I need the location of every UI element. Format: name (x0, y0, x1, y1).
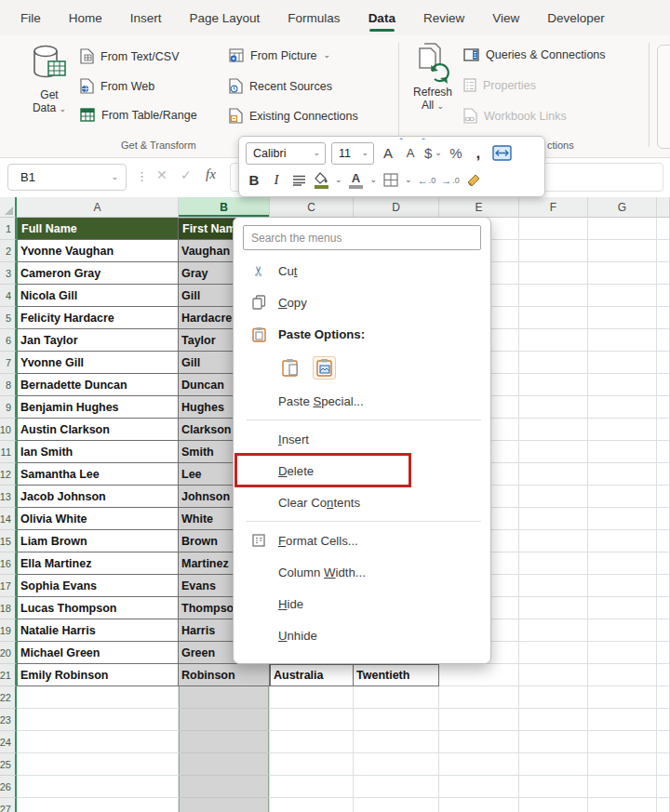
cell-e22[interactable] (439, 686, 519, 709)
confirm-entry-icon[interactable]: ✓ (181, 167, 192, 182)
cell-f26[interactable] (519, 776, 588, 798)
from-text-csv-button[interactable]: From Text/CSV (80, 48, 180, 64)
row-header-8[interactable]: 8 (0, 374, 17, 396)
row-header-7[interactable]: 7 (0, 352, 17, 374)
cell-a9[interactable]: Benjamin Hughes (17, 396, 179, 419)
cell-d27[interactable] (354, 798, 439, 812)
cell-a7[interactable]: Yvonne Gill (17, 352, 179, 374)
cell-a24[interactable] (17, 731, 179, 753)
cell-b21[interactable]: Robinson (179, 664, 270, 686)
cell-a20[interactable]: Michael Green (17, 642, 179, 664)
row-header-27[interactable]: 27 (0, 798, 17, 812)
cell-c25[interactable] (270, 753, 354, 776)
cell-f8[interactable] (519, 374, 588, 396)
row-header-4[interactable]: 4 (0, 285, 17, 307)
from-web-button[interactable]: From Web (80, 78, 154, 94)
row-header-21[interactable]: 21 (0, 664, 17, 686)
cell-f7[interactable] (519, 352, 588, 374)
chevron-down-icon[interactable]: ⌄ (405, 176, 412, 184)
column-header-e[interactable]: E (439, 197, 519, 218)
decrease-decimal-icon[interactable]: →.0 (441, 170, 460, 191)
borders-icon[interactable] (382, 170, 399, 191)
cell-a8[interactable]: Bernadette Duncan (17, 374, 179, 396)
chevron-down-icon[interactable]: ⌄ (335, 176, 342, 184)
cell-f9[interactable] (519, 396, 588, 419)
column-header-d[interactable]: D (354, 197, 439, 218)
increase-decimal-icon[interactable]: ←.0 (418, 170, 436, 191)
align-lines-icon[interactable] (290, 170, 307, 191)
row-header-14[interactable]: 14 (0, 508, 17, 530)
cell-e24[interactable] (439, 731, 519, 753)
cell-c22[interactable] (270, 686, 354, 709)
cell-c21[interactable]: Australia (270, 664, 354, 686)
cell-a1[interactable]: Full Name (17, 218, 179, 240)
existing-connections-button[interactable]: Existing Connections (229, 108, 358, 124)
row-header-15[interactable]: 15 (0, 530, 17, 552)
row-header-10[interactable]: 10 (0, 419, 17, 441)
cell-a11[interactable]: Ian Smith (17, 441, 179, 463)
column-header-f[interactable]: F (519, 197, 588, 218)
cell-f15[interactable] (519, 530, 588, 552)
column-header-c[interactable]: C (270, 197, 354, 218)
cell-g9[interactable] (588, 396, 657, 419)
cell-a16[interactable]: Ella Martinez (17, 552, 179, 575)
menu-item-paste-special[interactable]: Paste Special... (234, 385, 490, 417)
row-header-20[interactable]: 20 (0, 642, 17, 664)
cell-d26[interactable] (354, 776, 439, 798)
tab-view[interactable]: View (492, 11, 519, 25)
row-header-5[interactable]: 5 (0, 307, 17, 329)
cell-c27[interactable] (270, 798, 354, 812)
cell-g7[interactable] (588, 352, 657, 374)
comma-style-icon[interactable]: , (470, 143, 487, 164)
tab-formulas[interactable]: Formulas (288, 11, 340, 25)
menu-item-clear-contents[interactable]: Clear Contents (234, 486, 490, 518)
row-header-3[interactable]: 3 (0, 262, 17, 285)
cell-f20[interactable] (519, 642, 588, 664)
italic-icon[interactable]: I (268, 170, 285, 191)
cell-g15[interactable] (588, 530, 657, 552)
cell-a3[interactable]: Cameron Gray (17, 262, 179, 285)
paste-option-keep-source-icon[interactable] (278, 356, 302, 379)
cell-g5[interactable] (588, 307, 657, 329)
cell-f18[interactable] (519, 597, 588, 619)
cell-a22[interactable] (17, 686, 179, 709)
cell-a26[interactable] (17, 776, 179, 798)
cell-f17[interactable] (519, 575, 588, 597)
cell-a13[interactable]: Jacob Johnson (17, 486, 179, 508)
cell-f22[interactable] (519, 686, 588, 709)
row-header-16[interactable]: 16 (0, 552, 17, 575)
cell-g26[interactable] (588, 776, 657, 798)
cell-f13[interactable] (519, 486, 588, 508)
get-data-button[interactable]: Get Data ⌄ (22, 45, 76, 114)
cell-d21[interactable]: Twentieth (354, 664, 439, 686)
cell-d24[interactable] (354, 731, 439, 753)
cell-g10[interactable] (588, 419, 657, 441)
cell-g1[interactable] (588, 218, 657, 240)
chevron-down-icon[interactable]: ⌄ (370, 176, 378, 184)
tab-page-layout[interactable]: Page Layout (190, 11, 261, 25)
increase-font-size-icon[interactable]: Aˆ (380, 143, 396, 164)
cell-g23[interactable] (588, 709, 657, 731)
tab-developer[interactable]: Developer (547, 11, 605, 25)
cell-f1[interactable] (519, 218, 588, 240)
cell-g20[interactable] (588, 642, 657, 664)
percent-style-icon[interactable]: % (448, 143, 464, 164)
name-box[interactable]: B1 ⌄ (7, 164, 127, 191)
menu-item-cut[interactable]: ✂ Cut (234, 255, 490, 286)
accounting-format-icon[interactable]: $⌄ (424, 143, 442, 164)
font-color-icon[interactable]: A (348, 170, 365, 191)
cell-e26[interactable] (439, 776, 519, 798)
cell-g12[interactable] (588, 463, 657, 486)
row-header-17[interactable]: 17 (0, 575, 17, 597)
cell-a14[interactable]: Olivia White (17, 508, 179, 530)
menu-item-hide[interactable]: Hide (234, 588, 490, 619)
cell-a12[interactable]: Samantha Lee (17, 463, 179, 486)
tab-review[interactable]: Review (423, 11, 464, 25)
cell-g11[interactable] (588, 441, 657, 463)
cancel-entry-icon[interactable]: ✕ (156, 167, 168, 182)
from-picture-button[interactable]: From Picture ⌄ (229, 48, 330, 62)
column-width-icon[interactable] (492, 143, 512, 164)
cell-f14[interactable] (519, 508, 588, 530)
menu-item-column-width[interactable]: Column Width... (234, 556, 490, 588)
row-header-25[interactable]: 25 (0, 753, 17, 776)
